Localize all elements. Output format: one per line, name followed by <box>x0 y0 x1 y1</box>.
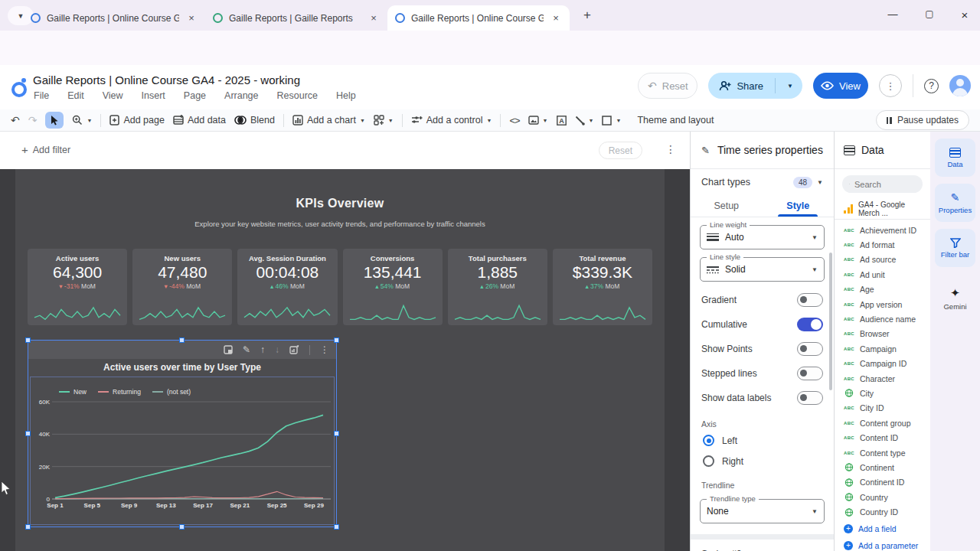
field-item[interactable]: Continent ID <box>835 475 930 490</box>
selection-handle-e[interactable] <box>334 431 339 436</box>
undo-icon[interactable]: ↶ <box>11 114 20 126</box>
field-item[interactable]: ABCAchievement ID <box>835 223 930 237</box>
kpi-scorecard[interactable]: Avg. Session Duration 00:04:08 ▴ 46% MoM <box>237 249 337 325</box>
toggle-switch[interactable] <box>797 391 823 405</box>
selection-handle-s[interactable] <box>179 524 185 530</box>
menu-view[interactable]: View <box>103 90 123 101</box>
kpi-scorecard[interactable]: Total revenue $339.3K ▴ 37% MoM <box>553 249 652 325</box>
header-more-options-icon[interactable]: ⋮ <box>879 74 902 97</box>
menu-arrange[interactable]: Arrange <box>224 90 258 101</box>
window-maximize-button[interactable]: ▢ <box>922 8 937 19</box>
selection-handle-ne[interactable] <box>334 337 339 343</box>
line-weight-dropdown[interactable]: Line weight Auto ▼ <box>700 225 825 249</box>
menu-help[interactable]: Help <box>336 90 356 101</box>
toggle-switch[interactable] <box>797 367 823 380</box>
field-item[interactable]: ABCBrowser <box>835 327 930 341</box>
add-line-button[interactable]: ▼ <box>575 116 594 126</box>
edit-pencil-icon[interactable]: ✎ <box>243 344 250 355</box>
menu-edit[interactable]: Edit <box>67 90 84 101</box>
properties-scrollbar[interactable] <box>829 253 832 390</box>
share-button[interactable]: Share ▼ <box>708 73 802 99</box>
kpi-scorecard[interactable]: Total purchasers 1,885 ▴ 26% MoM <box>448 249 547 325</box>
browser-tab[interactable]: Gaille Reports | Online Course G × <box>387 5 570 31</box>
add-a-parameter-button[interactable]: +Add a parameter <box>835 538 930 551</box>
share-dropdown-arrow[interactable]: ▼ <box>781 83 799 90</box>
add-data-button[interactable]: Add data <box>173 115 226 126</box>
toggle-switch[interactable] <box>797 342 823 356</box>
axis-option-right[interactable]: Right <box>691 451 834 471</box>
field-item[interactable]: ABCCampaign ID <box>835 357 930 371</box>
tab-close-icon[interactable]: × <box>550 12 562 24</box>
redo-icon[interactable]: ↷ <box>28 114 38 126</box>
view-button[interactable]: View <box>813 73 868 99</box>
kpi-scorecard[interactable]: Conversions 135,441 ▴ 54% MoM <box>343 249 443 325</box>
field-item[interactable]: ABCCampaign <box>835 341 930 356</box>
series-2-section-label[interactable]: Series #2 <box>691 540 834 551</box>
search-input[interactable] <box>854 180 916 189</box>
chart-more-options-icon[interactable]: ⋮ <box>320 344 329 355</box>
chart-types-row[interactable]: Chart types 48 ▼ <box>691 169 834 195</box>
chart-plot-area[interactable]: 020K40K60KSep 1Sep 5Sep 9Sep 13Sep 17Sep… <box>28 374 336 527</box>
field-item[interactable]: ABCContent ID <box>835 430 930 445</box>
community-visualizations-button[interactable]: ▼ <box>374 115 394 126</box>
field-item[interactable]: ABCContent group <box>835 416 930 430</box>
pause-updates-button[interactable]: Pause updates <box>876 110 969 130</box>
field-item[interactable]: ABCAudience name <box>835 311 930 326</box>
add-filter-button[interactable]: + Add filter <box>21 143 70 156</box>
field-item[interactable]: ABCAge <box>835 282 930 297</box>
window-minimize-button[interactable]: — <box>885 8 900 20</box>
rail-filter-bar-button[interactable]: Filter bar <box>935 229 975 267</box>
selection-handle-n[interactable] <box>179 337 185 343</box>
field-item[interactable]: ABCAd unit <box>835 267 930 282</box>
selection-handle-nw[interactable] <box>25 337 31 343</box>
select-area-icon[interactable] <box>224 345 233 354</box>
blend-button[interactable]: Blend <box>234 115 275 126</box>
window-close-button[interactable]: × <box>957 8 972 21</box>
reset-button[interactable]: ↶ Reset <box>638 73 697 99</box>
field-item[interactable]: ABCApp version <box>835 297 930 311</box>
report-title[interactable]: Gaille Reports | Online Course GA4 - 202… <box>33 73 300 86</box>
selection-handle-se[interactable] <box>334 524 339 530</box>
theme-layout-button[interactable]: Theme and layout <box>637 115 714 126</box>
menu-resource[interactable]: Resource <box>277 90 318 101</box>
new-tab-button[interactable]: + <box>583 8 591 23</box>
field-item[interactable]: ABCContent type <box>835 445 930 460</box>
add-shape-button[interactable]: ▼ <box>602 116 621 126</box>
tab-style[interactable]: Style <box>763 195 835 217</box>
menu-file[interactable]: File <box>34 90 49 101</box>
time-series-chart[interactable]: ✎ ↑ ↓ ⋮ Active users over time by User T… <box>28 341 336 527</box>
zoom-tool-button[interactable]: ▼ <box>72 115 92 126</box>
chart-types-chevron-icon[interactable]: ▼ <box>817 179 823 186</box>
browser-tab[interactable]: Gaille Reports | Online Course G × <box>23 5 205 31</box>
kpi-scorecard[interactable]: Active users 64,300 ▾ -31% MoM <box>28 249 127 325</box>
field-item[interactable]: ABCAd format <box>835 237 930 252</box>
tab-setup[interactable]: Setup <box>691 195 763 217</box>
field-item[interactable]: ABCAd source <box>835 253 930 267</box>
add-page-button[interactable]: Add page <box>109 115 165 126</box>
canvas-more-icon[interactable]: ⋮ <box>665 143 676 155</box>
embed-code-icon[interactable]: <> <box>509 115 519 126</box>
toggle-switch[interactable] <box>797 293 823 307</box>
field-item[interactable]: City <box>835 386 930 400</box>
selection-handle-w[interactable] <box>25 431 31 436</box>
add-chart-button[interactable]: Add a chart▼ <box>292 115 365 126</box>
field-search-box[interactable] <box>842 175 923 193</box>
select-tool-button[interactable] <box>45 112 64 129</box>
report-page[interactable]: KPIs Overview Explore your key website m… <box>15 169 665 551</box>
add-control-button[interactable]: Add a control▼ <box>411 115 492 126</box>
move-up-icon[interactable]: ↑ <box>260 344 265 355</box>
move-down-icon[interactable]: ↓ <box>275 344 279 355</box>
trendline-type-dropdown[interactable]: Trendline type None ▼ <box>700 499 825 523</box>
canvas-reset-button[interactable]: Reset <box>599 142 642 159</box>
field-item[interactable]: ABCCharacter <box>835 371 930 386</box>
field-item[interactable]: Country <box>835 490 930 504</box>
report-canvas[interactable]: KPIs Overview Explore your key website m… <box>0 169 690 551</box>
user-avatar[interactable] <box>949 75 971 96</box>
toggle-switch[interactable] <box>797 318 823 331</box>
browser-tab[interactable]: Gaille Reports | Gaille Reports × <box>205 5 387 31</box>
rail-properties-button[interactable]: ✎Properties <box>935 184 975 222</box>
menu-insert[interactable]: Insert <box>142 90 165 101</box>
menu-page[interactable]: Page <box>184 90 206 101</box>
radio-icon[interactable] <box>703 455 714 467</box>
data-source-row[interactable]: GA4 - Google Merch ... <box>835 199 930 220</box>
